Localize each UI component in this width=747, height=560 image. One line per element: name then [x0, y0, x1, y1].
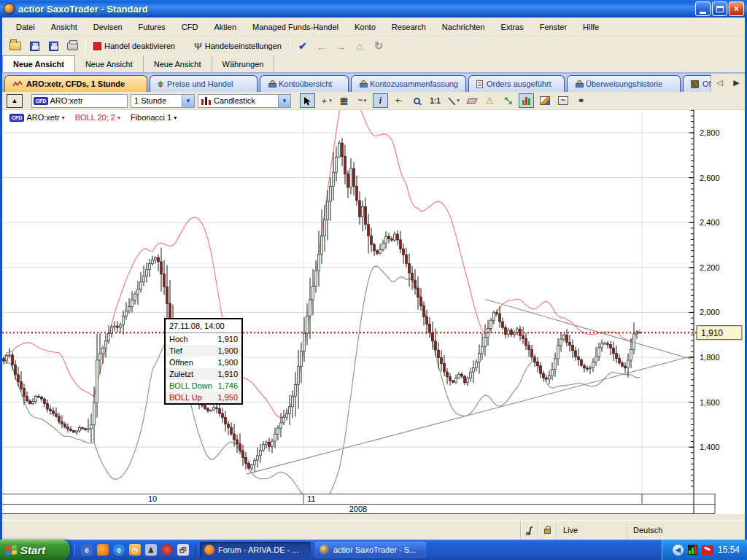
minimize-button[interactable]: [695, 1, 711, 16]
trade-settings-button[interactable]: Ψ Handelseinstellungen: [191, 38, 285, 54]
system-quicklaunch-icon[interactable]: ♟: [145, 544, 157, 556]
svg-text:1,400: 1,400: [700, 443, 720, 451]
eraser-tool-button[interactable]: [464, 93, 479, 108]
save-as-button[interactable]: [44, 38, 62, 54]
menu-futures[interactable]: Futures: [131, 20, 174, 34]
maximize-button[interactable]: [712, 1, 727, 16]
back-button[interactable]: ←: [313, 38, 330, 54]
internet-explorer-quicklaunch-icon[interactable]: e: [113, 544, 125, 556]
taskbar-item-forum-ariva[interactable]: Forum - ARIVA.DE - ...: [200, 542, 311, 558]
workspace-tab-waehrungen[interactable]: Währungen: [212, 55, 275, 72]
link-charts-button[interactable]: ⚭: [573, 93, 589, 108]
clock-app-quicklaunch-icon[interactable]: ◷: [129, 544, 141, 556]
tray-app-icon[interactable]: [702, 545, 713, 555]
tab-preise-und-handel[interactable]: Preise und Handel: [150, 75, 258, 92]
legend-fibonacci[interactable]: Fibonacci 1 ▾: [131, 113, 177, 122]
chart-image-button[interactable]: [537, 93, 552, 108]
menu-ansicht[interactable]: Ansicht: [43, 20, 85, 34]
menu-hilfe[interactable]: Hilfe: [575, 20, 607, 34]
chevron-down-icon[interactable]: ▼: [182, 95, 194, 107]
title-bar[interactable]: actior SaxoTrader - Standard ×: [0, 0, 747, 18]
print-button[interactable]: [63, 38, 81, 54]
quick-launch-bar: e e ◷ ♟ 🗗: [74, 544, 196, 556]
resize-tool-button[interactable]: ⤡: [500, 93, 516, 108]
chevron-down-icon[interactable]: ▼: [278, 95, 290, 107]
menu-cfd[interactable]: CFD: [174, 20, 206, 34]
svg-text:1,910: 1,910: [701, 328, 723, 338]
firefox-quicklaunch-icon[interactable]: [97, 544, 109, 556]
chevron-down-icon: ▾: [62, 114, 65, 121]
pointer-tool-button[interactable]: [300, 93, 315, 108]
disable-trading-button[interactable]: Handel deaktivieren: [90, 38, 178, 54]
tab-scroll-controls: ◁ ▶: [711, 74, 745, 92]
chart-type-select[interactable]: Candlestick ▼: [198, 94, 291, 108]
menu-fenster[interactable]: Fenster: [532, 20, 575, 34]
toolbar-separator: [85, 39, 86, 53]
tab-orders-ausgefuehrt[interactable]: Orders ausgeführt: [468, 75, 565, 92]
menu-extras[interactable]: Extras: [493, 20, 532, 34]
menu-managed-funds[interactable]: Managed Funds-Handel: [244, 20, 347, 34]
menu-konto[interactable]: Konto: [347, 20, 384, 34]
toolbar-separator: [289, 39, 290, 53]
refresh-button[interactable]: ↻: [370, 38, 387, 54]
check-icon: ✔: [298, 40, 307, 52]
grid-toggle-button[interactable]: ▦: [336, 93, 352, 108]
browser-quicklaunch-icon[interactable]: e: [81, 544, 93, 556]
info-tool-button[interactable]: i: [373, 93, 388, 108]
person-icon: [359, 80, 366, 88]
line-tool-button[interactable]: ＼▾: [446, 93, 461, 108]
annotation-tool-button[interactable]: +▫: [391, 93, 406, 108]
menu-devisen[interactable]: Devisen: [85, 20, 131, 34]
chevron-down-icon: ▾: [117, 114, 120, 121]
period-select[interactable]: 1 Stunde ▼: [131, 94, 195, 108]
indicator-tool-button[interactable]: ~▾: [355, 93, 370, 108]
workspace-tab-3[interactable]: Neue Ansicht: [144, 55, 212, 72]
legend-indicator[interactable]: BOLL 20; 2 ▾: [75, 113, 120, 122]
tab-scroll-right-icon[interactable]: ▶: [733, 78, 739, 88]
cfd-badge: CFD: [34, 97, 48, 105]
collapse-toolbar-button[interactable]: ▲: [7, 94, 23, 108]
chart-legend: CFD ARO:xetr ▾ BOLL 20; 2 ▾ Fibonacci 1 …: [9, 113, 177, 122]
show-desktop-icon[interactable]: 🗗: [177, 544, 189, 556]
document-icon: [476, 80, 483, 88]
taskbar-item-saxotrader[interactable]: actior SaxoTrader - S...: [315, 542, 426, 558]
menu-aktien[interactable]: Aktien: [206, 20, 244, 34]
disable-trading-label: Handel deaktivieren: [104, 42, 175, 50]
menu-research[interactable]: Research: [384, 20, 434, 34]
workspace-tab-2[interactable]: Neue Ansicht: [75, 55, 144, 72]
chevron-down-icon: ▾: [174, 114, 177, 121]
start-button[interactable]: Start: [0, 540, 70, 560]
menu-nachrichten[interactable]: Nachrichten: [434, 20, 493, 34]
legend-symbol[interactable]: CFD ARO:xetr ▾: [9, 113, 65, 122]
svg-text:1,800: 1,800: [700, 353, 720, 362]
tab-chart-aro-xetr[interactable]: ARO:xetr, CFDs, 1 Stunde: [4, 75, 147, 92]
close-button[interactable]: ×: [729, 1, 744, 16]
svg-text:1,600: 1,600: [700, 398, 720, 407]
scale-1-1-button[interactable]: 1:1: [427, 93, 443, 108]
menu-datei[interactable]: Datei: [8, 20, 43, 34]
open-button[interactable]: [7, 38, 24, 54]
trade-settings-label: Handelseinstellungen: [205, 42, 282, 50]
chart-template-button[interactable]: [555, 93, 570, 108]
tray-chevron-icon[interactable]: ◀: [673, 545, 684, 556]
crosshair-tool-button[interactable]: ＋▾: [318, 93, 333, 108]
chart-canvas[interactable]: 2,8002,6002,4002,2002,0001,8001,6001,400…: [2, 110, 745, 514]
cursor-icon: [303, 96, 311, 106]
network-activity-icon[interactable]: [688, 545, 697, 555]
printer-icon: [67, 42, 78, 50]
forward-button[interactable]: →: [332, 38, 349, 54]
save-button[interactable]: [26, 38, 43, 54]
colored-indicators-button[interactable]: [519, 93, 534, 108]
eraser-icon: [466, 98, 477, 104]
confirm-button[interactable]: ✔: [294, 38, 311, 54]
workspace-tab-1[interactable]: Neue Ansicht: [2, 55, 75, 72]
tab-scroll-left-icon[interactable]: ◁: [716, 78, 722, 88]
alert-tool-button[interactable]: ⚠: [482, 93, 498, 108]
tab-kontouebersicht[interactable]: Kontoübersicht: [260, 75, 349, 92]
symbol-input[interactable]: CFD ARO:xetr: [31, 94, 128, 108]
tab-ueberweisungshistorie[interactable]: Überweisungshistorie: [567, 75, 681, 92]
zoom-tool-button[interactable]: [409, 93, 425, 108]
media-quicklaunch-icon[interactable]: [161, 544, 173, 556]
tab-kontozusammenfassung[interactable]: Kontozusammenfassung: [351, 75, 466, 92]
home-button[interactable]: ⌂: [351, 38, 368, 54]
